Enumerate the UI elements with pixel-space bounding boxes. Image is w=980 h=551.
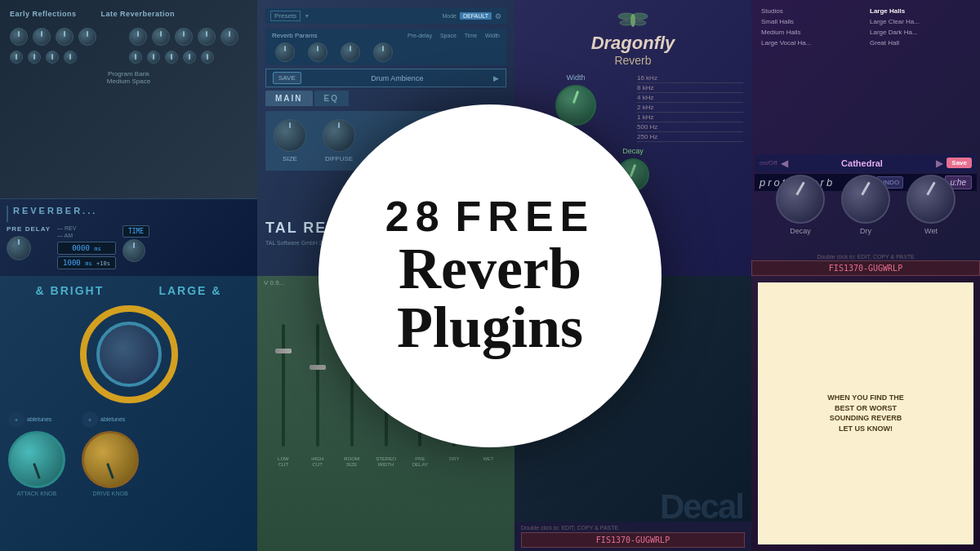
er-sm-knob-2[interactable]: [28, 51, 41, 64]
er-knob-3[interactable]: [56, 28, 74, 46]
dragonfly-title: Dragonfly: [591, 33, 675, 54]
lr-knob-1[interactable]: [129, 28, 147, 46]
decay-knob-br[interactable]: [776, 175, 825, 224]
main-tab[interactable]: MAIN: [265, 91, 313, 106]
dragonfly-subtitle: Reverb: [614, 54, 651, 67]
cathedral-next-arrow[interactable]: ▶: [936, 158, 943, 169]
er-sm-knob-4[interactable]: [64, 51, 77, 64]
wet-label: Wet: [924, 227, 938, 235]
er-sm-knob-3[interactable]: [46, 51, 59, 64]
large-halls-item[interactable]: Large Halls: [866, 7, 973, 16]
panel-find-best: WHEN YOU FIND THE BEST OR WORST SOUNDING…: [751, 276, 980, 552]
space-label: Space: [440, 33, 457, 38]
large-label: LARGE &: [158, 284, 221, 297]
default-button[interactable]: DEFAULT: [460, 12, 492, 20]
svg-point-3: [620, 20, 633, 25]
on-off-label[interactable]: on/Off: [760, 159, 777, 167]
plugins-text: Plugins: [397, 298, 583, 357]
decay-knob-group: Decay: [776, 175, 825, 235]
find-best-line2: BEST OR WORST: [764, 403, 967, 414]
time-knob[interactable]: [122, 239, 145, 262]
fader-label-stereowidth: STEREOWIDTH: [370, 456, 403, 468]
size-knob[interactable]: [274, 119, 306, 152]
mode-label: Mode: [442, 13, 457, 19]
small-halls-item[interactable]: Small Halls: [758, 17, 865, 26]
inner-ring: [96, 322, 162, 387]
bright-ring: [80, 305, 178, 403]
freq-16k: 16 kHz: [637, 73, 743, 83]
fader-thumb-2[interactable]: [310, 365, 326, 370]
bright-label: & BRIGHT: [36, 284, 105, 297]
cathedral-prev-arrow[interactable]: ◀: [781, 158, 788, 169]
fader-thumb-1[interactable]: [275, 349, 292, 353]
fis-code-display[interactable]: FIS1370-GUGWRLP: [751, 260, 980, 276]
large-clear-item[interactable]: Large Clear Ha...: [866, 17, 973, 26]
lr-sm-knob-4[interactable]: [183, 51, 196, 64]
freq-500: 500 Hz: [637, 122, 743, 132]
rtime-knob[interactable]: [341, 42, 360, 62]
decal-watermark: Decal: [660, 487, 743, 527]
lr-knob-2[interactable]: [152, 28, 170, 46]
cathedral-save-button[interactable]: Save: [947, 158, 972, 168]
drum-ambience-label: Drum Ambience: [371, 74, 423, 82]
fader-label-wet: WET: [472, 456, 505, 468]
fader-label-dry: DRY: [438, 456, 470, 468]
great-hall-item[interactable]: Great Hall: [866, 38, 973, 47]
save-button[interactable]: SAVE: [273, 72, 301, 84]
er-knob-4[interactable]: [78, 28, 96, 46]
dry-knob[interactable]: [841, 175, 890, 224]
rev-label: — REV: [57, 225, 116, 231]
reverb-text: Reverb: [399, 239, 581, 298]
reverber-title-label: REVERBER...: [13, 206, 97, 216]
ambience-arrow[interactable]: ▶: [493, 74, 499, 82]
am-label: — AM: [57, 233, 116, 238]
large-vocal-item[interactable]: Large Vocal Ha...: [758, 38, 865, 47]
fis-code-bar-2[interactable]: FIS1370-GUGWRLP: [521, 532, 745, 548]
medium-halls-item[interactable]: Medium Halls: [758, 28, 865, 37]
diffuse-knob[interactable]: [323, 119, 355, 152]
predelay-label: Pre-delay: [408, 33, 432, 38]
presets-arrow[interactable]: ▼: [304, 13, 310, 19]
eq-tab[interactable]: EQ: [314, 91, 349, 106]
center-circle: 28 FREE Reverb Plugins: [318, 104, 662, 447]
dry-knob-group: Dry: [841, 175, 890, 235]
er-knob-2[interactable]: [33, 28, 51, 46]
presets-button[interactable]: Presets: [270, 11, 301, 21]
pre-delay-knob[interactable]: [7, 236, 31, 260]
lr-sm-knob-2[interactable]: [147, 51, 160, 64]
abletunes-badge-1: a: [8, 411, 24, 428]
freq-8k: 8 kHz: [637, 83, 743, 93]
rwidth-knob[interactable]: [373, 42, 393, 62]
abletunes-label-2: abletunes: [100, 416, 125, 422]
space-knob[interactable]: [308, 42, 327, 62]
drum-ambience-bar: SAVE Drum Ambience ▶: [265, 69, 506, 87]
freq-4k: 4 kHz: [637, 93, 743, 103]
wet-knob-group: Wet: [906, 175, 956, 235]
wet-knob[interactable]: [906, 175, 956, 224]
time-display-1: 0000 ms: [57, 242, 116, 255]
time-display-2: 1000 ms +10s: [57, 256, 116, 269]
find-best-box: WHEN YOU FIND THE BEST OR WORST SOUNDING…: [758, 282, 973, 545]
lr-knob-3[interactable]: [175, 28, 193, 46]
fader-label-roomsize: ROOMSIZE: [336, 456, 368, 468]
lr-sm-knob-1[interactable]: [129, 51, 142, 64]
lr-sm-knob-3[interactable]: [165, 51, 178, 64]
reverb-params-label: Reverb Params: [272, 32, 318, 39]
width-label-df: Width: [523, 73, 629, 82]
free-text: FREE: [456, 195, 595, 238]
studios-item[interactable]: Studios: [758, 7, 865, 16]
early-reflections-label: Early Reflections: [10, 10, 77, 18]
panel-bottom-left: & BRIGHT LARGE & a abletunes ATTACK: [0, 276, 257, 552]
drive-knob[interactable]: [82, 431, 139, 488]
er-sm-knob-1[interactable]: [10, 51, 23, 64]
er-knob-1[interactable]: [10, 28, 28, 46]
panel-presets: Studios Large Halls Small Halls Large Cl…: [751, 0, 980, 276]
predelay-knob[interactable]: [275, 42, 295, 62]
settings-icon[interactable]: ⚙: [495, 12, 501, 20]
lr-knob-4[interactable]: [198, 28, 216, 46]
lr-sm-knob-5[interactable]: [201, 51, 214, 64]
large-dark-item[interactable]: Large Dark Ha...: [866, 28, 973, 37]
attack-knob[interactable]: [8, 431, 65, 488]
lr-knob-5[interactable]: [220, 28, 238, 46]
find-best-line1: WHEN YOU FIND THE: [764, 393, 967, 403]
